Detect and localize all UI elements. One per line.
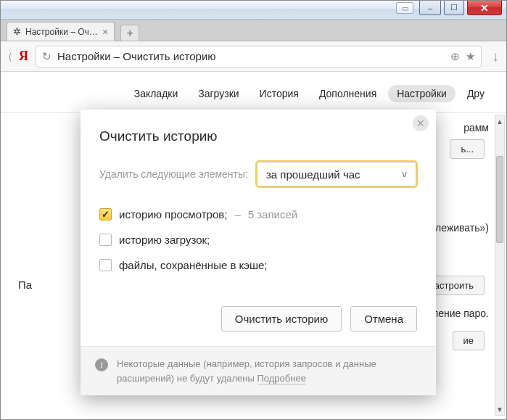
time-range-select[interactable]: за прошедший час ⅴ	[257, 162, 416, 186]
nav-downloads[interactable]: Загрузки	[189, 85, 247, 102]
history-count: 5 записей	[248, 208, 297, 221]
bg-button-ie[interactable]: ие	[453, 331, 485, 350]
dialog-title: Очистить историю	[99, 128, 417, 144]
dialog-footer-text: Некоторые данные (например, история запр…	[117, 357, 421, 385]
nav-other[interactable]: Дру	[458, 85, 493, 102]
dialog-footer: i Некоторые данные (например, история за…	[81, 346, 436, 395]
clear-history-button[interactable]: Очистить историю	[221, 306, 342, 332]
new-tab-button[interactable]: +	[120, 25, 139, 41]
dialog-close-button[interactable]: ✕	[413, 115, 429, 131]
checkbox-label: историю просмотров;	[119, 208, 227, 221]
checkbox-browsing-history[interactable]	[99, 208, 112, 221]
page-scrollbar[interactable]: ▲ ▼	[495, 115, 505, 416]
tab-title: Настройки – Очистит	[25, 27, 98, 37]
checkbox-label: файлы, сохранённые в кэше;	[119, 259, 268, 271]
scroll-up-icon[interactable]: ▲	[495, 115, 504, 127]
checkbox-cached-files[interactable]	[99, 259, 112, 271]
checkbox-row-cache: файлы, сохранённые в кэше;	[99, 259, 417, 271]
learn-more-link[interactable]: Подробнее	[257, 373, 306, 384]
toolbar: ⟨ Я ↻ Настройки – Очистить историю ⊕ ★ ↓	[1, 41, 506, 72]
dialog-actions: Очистить историю Отмена	[81, 296, 436, 346]
count-separator: –	[234, 208, 240, 221]
address-actions: ⊕ ★	[450, 50, 475, 63]
time-range-row: Удалить следующие элементы: за прошедший…	[99, 162, 417, 186]
dialog-body: Очистить историю Удалить следующие элеме…	[81, 110, 436, 296]
maximize-button[interactable]: ☐	[444, 1, 464, 15]
checkbox-row-downloads: историю загрузок;	[99, 234, 417, 246]
scroll-down-icon[interactable]: ▼	[495, 403, 504, 415]
bg-button-ellipsis[interactable]: ь...	[450, 139, 485, 159]
reload-icon[interactable]: ↻	[42, 50, 51, 63]
info-icon: i	[95, 358, 108, 371]
bg-fragment-programs: рамм	[463, 122, 489, 133]
checkbox-download-history[interactable]	[99, 234, 112, 246]
gear-icon: ✲	[13, 26, 21, 37]
bookmark-star-icon[interactable]: ★	[466, 50, 475, 63]
checkbox-row-history: историю просмотров; – 5 записей	[99, 208, 417, 221]
address-bar[interactable]: ↻ Настройки – Очистить историю ⊕ ★	[36, 46, 482, 67]
time-range-value: за прошедший час	[266, 168, 360, 181]
clear-history-dialog: ✕ Очистить историю Удалить следующие эле…	[81, 110, 436, 395]
close-window-button[interactable]: ✕	[467, 1, 502, 15]
back-chevron-icon[interactable]: ⟨	[8, 51, 12, 62]
nav-history[interactable]: История	[251, 85, 308, 102]
bg-label-pa: Па	[18, 279, 32, 291]
yandex-logo-icon[interactable]: Я	[19, 49, 28, 64]
cancel-button[interactable]: Отмена	[350, 306, 417, 332]
os-title-bar: ▭ – ☐ ✕	[1, 1, 506, 20]
downloads-icon[interactable]: ↓	[492, 48, 499, 65]
browser-window: ▭ – ☐ ✕ ✲ Настройки – Очистит × + ⟨ Я ↻ …	[0, 0, 507, 420]
window-controls: – ☐ ✕	[419, 1, 502, 15]
address-text: Настройки – Очистить историю	[57, 50, 216, 62]
close-tab-icon[interactable]: ×	[102, 26, 108, 38]
minimize-button[interactable]: –	[419, 1, 441, 15]
nav-settings[interactable]: Настройки	[388, 85, 456, 102]
browser-tab-settings[interactable]: ✲ Настройки – Очистит ×	[7, 22, 115, 41]
help-hint-icon[interactable]: ▭	[396, 2, 413, 14]
settings-nav: Закладки Загрузки История Дополнения Нас…	[1, 72, 506, 113]
nav-bookmarks[interactable]: Закладки	[125, 85, 187, 102]
scroll-thumb[interactable]	[496, 156, 503, 243]
chevron-down-icon: ⅴ	[402, 169, 407, 179]
globe-icon[interactable]: ⊕	[450, 50, 460, 63]
nav-addons[interactable]: Дополнения	[310, 85, 385, 102]
tab-strip: ✲ Настройки – Очистит × +	[1, 20, 506, 41]
checkbox-label: историю загрузок;	[119, 234, 210, 246]
time-range-label: Удалить следующие элементы:	[99, 168, 248, 180]
